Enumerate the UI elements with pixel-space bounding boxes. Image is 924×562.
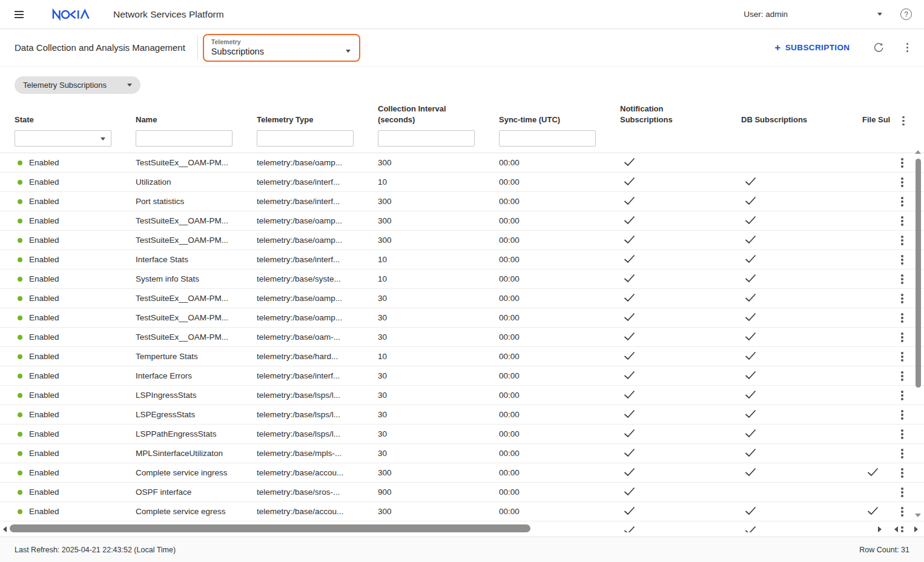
cell-db-subscriptions — [741, 216, 862, 226]
table-row[interactable]: EnabledComplete service ingresstelemetry… — [0, 463, 924, 483]
hamburger-menu-icon[interactable] — [15, 11, 24, 18]
row-kebab-icon[interactable] — [901, 488, 903, 497]
row-kebab-icon[interactable] — [901, 255, 903, 265]
row-kebab-icon[interactable] — [901, 391, 903, 400]
column-header-telemetry-type[interactable]: Telemetry Type — [257, 114, 378, 125]
table-row[interactable]: EnabledInterface Statstelemetry:/base/in… — [0, 250, 924, 269]
status-dot-icon — [18, 277, 22, 282]
cell-telemetry-type: telemetry:/base/oamp... — [257, 313, 378, 322]
view-selector-dropdown[interactable]: Telemetry Subscriptions — [203, 34, 360, 62]
filter-collection-interval-input[interactable] — [378, 130, 475, 147]
table-row[interactable]: EnabledInterface Errorstelemetry:/base/i… — [0, 366, 924, 386]
cell-telemetry-type: telemetry:/base/syste... — [257, 274, 378, 283]
cell-name: TestSuiteEx__OAM-PM... — [136, 216, 257, 225]
state-label: Enabled — [29, 468, 59, 477]
cell-name: OSPF interface — [136, 488, 257, 497]
vscroll-up-arrow-icon[interactable] — [915, 150, 921, 154]
table-row[interactable]: EnabledTestSuiteEx__OAM-PM...telemetry:/… — [0, 153, 924, 173]
check-icon — [624, 487, 635, 496]
row-kebab-icon[interactable] — [901, 236, 903, 245]
cell-telemetry-type: telemetry:/base/sros-... — [257, 488, 378, 497]
state-label: Enabled — [29, 410, 59, 419]
row-kebab-icon[interactable] — [901, 468, 903, 478]
filter-name-input[interactable] — [136, 130, 233, 147]
cell-db-subscriptions — [741, 274, 862, 285]
row-kebab-icon[interactable] — [901, 294, 903, 303]
cell-telemetry-type: telemetry:/base/interf... — [257, 197, 378, 206]
table-row[interactable]: EnabledLSPPathEngressStatstelemetry:/bas… — [0, 425, 924, 444]
table-row[interactable]: EnabledTestSuiteEx__OAM-PM...telemetry:/… — [0, 308, 924, 328]
row-kebab-icon[interactable] — [901, 507, 903, 517]
column-header-name[interactable]: Name — [136, 114, 257, 125]
hscroll-right-arrow-icon[interactable] — [878, 526, 882, 532]
add-subscription-button[interactable]: + SUBSCRIPTION — [774, 42, 850, 53]
status-dot-icon — [18, 393, 22, 398]
table-row[interactable]: EnabledPort statisticstelemetry:/base/in… — [0, 192, 924, 211]
column-header-file-subscriptions[interactable]: File Sul — [862, 114, 897, 125]
view-chip[interactable]: Telemetry Subscriptions — [15, 76, 140, 94]
row-kebab-icon[interactable] — [901, 158, 903, 168]
toolbar-kebab-icon[interactable] — [906, 43, 909, 53]
table-row[interactable]: EnabledUtilizationtelemetry:/base/interf… — [0, 173, 924, 192]
cell-name: TestSuiteEx__OAM-PM... — [136, 158, 257, 167]
row-kebab-icon[interactable] — [901, 449, 903, 458]
status-dot-icon — [18, 199, 22, 204]
vertical-scrollbar-thumb[interactable] — [916, 159, 921, 388]
table-row[interactable]: EnabledLSPIngressStatstelemetry:/base/ls… — [0, 386, 924, 405]
user-menu-caret-icon[interactable] — [877, 13, 882, 16]
row-kebab-icon[interactable] — [901, 429, 903, 439]
cell-name: MPLSinterfaceUtilizaton — [136, 449, 257, 458]
table-row[interactable]: EnabledLSPEgressStatstelemetry:/base/lsp… — [0, 405, 924, 425]
column-header-collection-interval[interactable]: Collection Interval (seconds) — [378, 104, 499, 125]
column-header-notification-subscriptions[interactable]: Notification Subscriptions — [620, 104, 741, 125]
check-icon — [745, 293, 756, 302]
row-kebab-icon[interactable] — [901, 410, 903, 420]
check-icon — [867, 506, 879, 515]
row-kebab-icon[interactable] — [901, 526, 903, 532]
refresh-icon[interactable] — [873, 42, 885, 53]
column-header-sync-time[interactable]: Sync-time (UTC) — [499, 114, 620, 125]
table-row[interactable]: EnabledSystem info Statstelemetry:/base/… — [0, 269, 924, 289]
table-row[interactable]: EnabledTestSuiteEx__OAM-PM...telemetry:/… — [0, 211, 924, 231]
cell-notification-subscriptions — [620, 448, 741, 459]
table-row[interactable]: EnabledTestSuiteEx__OAM-PM...telemetry:/… — [0, 328, 924, 347]
column-header-db-subscriptions[interactable]: DB Subscriptions — [741, 114, 862, 125]
table-row[interactable]: EnabledOSPF interfacetelemetry:/base/sro… — [0, 483, 924, 502]
pinned-hscroll-right-arrow-icon[interactable] — [914, 526, 918, 532]
row-kebab-icon[interactable] — [901, 177, 903, 187]
check-icon — [624, 371, 635, 380]
pinned-hscroll-left-arrow-icon[interactable] — [894, 526, 898, 532]
row-kebab-icon[interactable] — [901, 352, 903, 362]
filter-telemetry-type-input[interactable] — [257, 130, 354, 147]
table-row[interactable]: EnabledTestSuiteEx__OAM-PM...telemetry:/… — [0, 231, 924, 250]
cell-name: LSPIngressStats — [136, 391, 257, 400]
cell-telemetry-type: telemetry:/base/mpls-... — [257, 449, 378, 458]
cell-sync-time: 00:00 — [499, 216, 620, 225]
cell-state: Enabled — [15, 410, 136, 419]
horizontal-scrollbar-thumb[interactable] — [10, 524, 530, 532]
row-kebab-icon[interactable] — [901, 332, 903, 342]
cell-db-subscriptions — [741, 448, 862, 459]
filter-state-select[interactable] — [15, 130, 111, 147]
table-header-kebab-icon[interactable] — [902, 116, 905, 126]
row-kebab-icon[interactable] — [901, 216, 903, 226]
table-row[interactable]: EnabledMPLSinterfaceUtilizatontelemetry:… — [0, 444, 924, 463]
table-row[interactable]: EnabledComplete service egresstelemetry:… — [0, 502, 924, 521]
row-kebab-icon[interactable] — [901, 313, 903, 323]
row-count-label: Row Count: 31 — [859, 546, 909, 554]
row-kebab-icon[interactable] — [901, 371, 903, 381]
vscroll-down-arrow-icon[interactable] — [915, 514, 921, 517]
help-icon[interactable]: ? — [900, 8, 912, 20]
hscroll-left-arrow-icon[interactable] — [3, 526, 7, 532]
table-row[interactable]: EnabledTestSuiteEx__OAM-PM...telemetry:/… — [0, 289, 924, 308]
filter-row — [0, 129, 924, 153]
filter-sync-time-input[interactable] — [499, 130, 596, 147]
row-kebab-icon[interactable] — [901, 197, 903, 207]
add-subscription-label: SUBSCRIPTION — [785, 43, 850, 52]
column-header-state[interactable]: State — [15, 114, 136, 125]
table-row[interactable]: EnabledTemperture Statstelemetry:/base/h… — [0, 347, 924, 366]
cell-notification-subscriptions — [620, 274, 741, 285]
cell-telemetry-type: telemetry:/base/oamp... — [257, 216, 378, 225]
row-kebab-icon[interactable] — [901, 274, 903, 284]
cell-db-subscriptions — [741, 312, 862, 323]
